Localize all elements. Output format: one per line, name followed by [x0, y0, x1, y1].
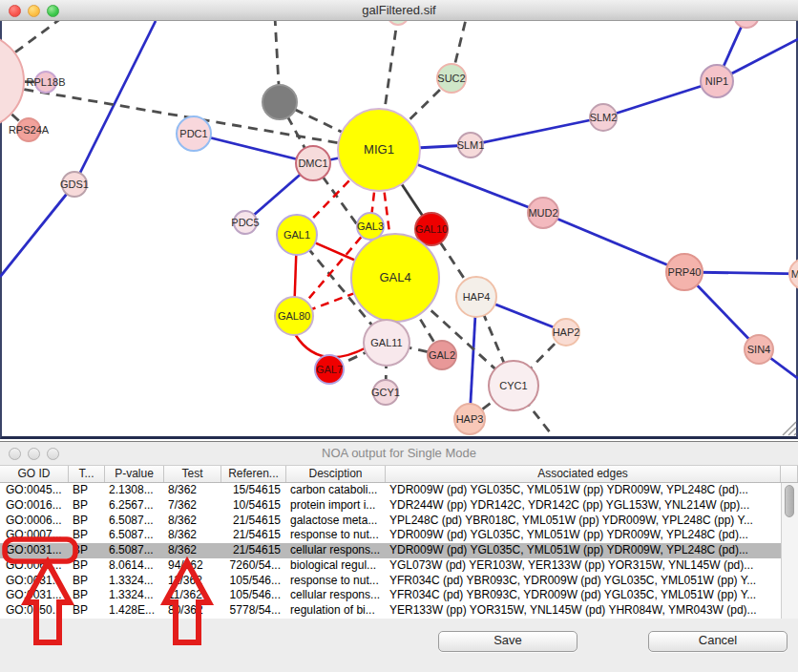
table-cell: BP	[69, 514, 105, 529]
node-label-HAP4: HAP4	[463, 291, 491, 303]
node-label-GAL11: GAL11	[370, 337, 402, 348]
table-cell: 6.5087...	[105, 528, 164, 543]
table-cell: YGL073W (pd) YER103W, YER133W (pp) YOR31…	[386, 558, 781, 574]
table-row[interactable]: GO:0031...BP1.3324...11/362105/546...res…	[0, 574, 781, 589]
node-GRAY[interactable]	[262, 85, 297, 119]
resize-grip[interactable]	[794, 433, 796, 435]
node-label-GAL3: GAL3	[357, 220, 384, 232]
node-label-GCY1: GCY1	[371, 387, 400, 398]
table-cell: response to nut...	[286, 528, 386, 543]
table-cell: 8/362	[164, 543, 221, 558]
table-cell: GO:0050...	[0, 603, 69, 619]
table-cell: 11/362	[164, 588, 221, 603]
noa-window-titlebar[interactable]: NOA output for Single Mode	[0, 442, 798, 466]
node-label-MSL1: MSL1	[791, 268, 798, 280]
node-label-NIP1: NIP1	[705, 75, 728, 87]
table-cell: cellular respons...	[286, 543, 386, 558]
table-row[interactable]: GO:0031...BP6.5087...8/36221/54615cellul…	[0, 543, 781, 558]
node-label-GAL80: GAL80	[278, 310, 310, 322]
table-cell: 6.5087...	[105, 514, 164, 529]
node-label-GDS1: GDS1	[60, 178, 89, 190]
network-graph[interactable]: RPL18BRPS24APDC1GDS1DMC1MIG1SUC2NIP1SLM2…	[0, 0, 798, 436]
node-label-PDC5: PDC5	[231, 217, 259, 228]
column-header-Associated edges[interactable]: Associated edges	[386, 466, 781, 482]
table-cell: BP	[69, 498, 105, 514]
column-header-Desciption[interactable]: Desciption	[286, 466, 386, 482]
table-cell: GO:0016...	[0, 498, 69, 514]
edge-GDS1-offscreen[interactable]	[0, 184, 74, 277]
table-cell: GO:0031...	[0, 543, 69, 558]
table-cell: 94/362	[164, 558, 221, 574]
vertical-scrollbar[interactable]	[781, 483, 798, 619]
table-cell: GO:0065...	[0, 558, 69, 574]
table-row[interactable]: GO:0031...BP1.3324...11/362105/546...cel…	[0, 588, 781, 603]
table-cell: YFR034C (pd) YBR093C, YDR009W (pd) YGL03…	[386, 574, 781, 589]
node-label-MUD2: MUD2	[528, 207, 557, 219]
column-header-Test[interactable]: Test	[164, 466, 221, 482]
node-label-SIN4: SIN4	[747, 344, 770, 355]
network-window: RPL18BRPS24APDC1GDS1DMC1MIG1SUC2NIP1SLM2…	[0, 0, 798, 439]
table-cell: YDR244W (pp) YDR142C, YDR142C (pp) YGL15…	[386, 498, 781, 514]
scrollbar-thumb[interactable]	[785, 485, 794, 517]
node-label-GAL1: GAL1	[284, 229, 310, 241]
table-cell: BP	[69, 528, 105, 543]
edge-MUD2-PRP40[interactable]	[543, 213, 684, 272]
table-cell: 2.1308...	[105, 483, 164, 498]
table-row[interactable]: GO:0016...BP6.2567...7/36210/54615protei…	[0, 498, 781, 514]
table-row[interactable]: GO:0006...BP6.5087...8/36221/54615galact…	[0, 514, 781, 529]
table-row[interactable]: GO:0050...BP1.428E...80/3625778/54...reg…	[0, 603, 781, 619]
table-cell: 6.2567...	[105, 498, 164, 514]
node-label-DMC1: DMC1	[298, 158, 327, 169]
table-cell: BP	[69, 543, 105, 558]
edge-GAL80-GAL11[interactable]	[295, 334, 367, 357]
node-label-MIG1: MIG1	[364, 142, 394, 157]
node-label-HAP3: HAP3	[456, 413, 484, 425]
table-row[interactable]: GO:0007...BP6.5087...8/36221/54615respon…	[0, 528, 781, 543]
resize-grip[interactable]	[783, 422, 796, 435]
edge-SLM2-NIP1[interactable]	[603, 81, 717, 117]
column-header-P-value[interactable]: P-value	[105, 466, 164, 482]
window-title: NOA output for Single Mode	[0, 446, 798, 460]
node-label-GAL4: GAL4	[379, 270, 410, 284]
table-cell: 7/362	[164, 498, 221, 514]
table-cell: BP	[69, 483, 105, 498]
node-label-SUC2: SUC2	[437, 73, 465, 84]
table-row[interactable]: GO:0045...BP2.1308...8/36215/54615carbon…	[0, 483, 781, 498]
window-title: galFiltered.sif	[0, 3, 798, 17]
table-cell: YPL248C (pd) YBR018C, YML051W (pp) YDR00…	[386, 514, 781, 529]
network-window-titlebar[interactable]: galFiltered.sif	[0, 0, 798, 21]
table-cell: biological regul...	[286, 558, 386, 574]
node-label-RPS24A: RPS24A	[9, 124, 50, 136]
table-cell: GO:0006...	[0, 514, 69, 529]
save-button[interactable]: Save	[438, 631, 578, 652]
column-header-Referen...[interactable]: Referen...	[221, 466, 286, 482]
table-cell: 21/54615	[221, 528, 286, 543]
table-cell: GO:0007...	[0, 528, 69, 543]
table-row[interactable]: GO:0065...BP8.0614...94/3627260/54...bio…	[0, 558, 781, 574]
edge-offscreen-GDS1[interactable]	[74, 21, 156, 184]
table-cell: protein import i...	[286, 498, 386, 514]
table-cell: 11/362	[164, 574, 221, 589]
node-label-GAL7: GAL7	[316, 364, 343, 375]
table-cell: YER133W (pp) YOR315W, YNL145W (pd) YHR08…	[386, 603, 781, 619]
node-label-RPL18B: RPL18B	[27, 76, 66, 88]
table-cell: 105/546...	[221, 588, 286, 603]
table-cell: 1.428E...	[105, 603, 164, 619]
edge-SLM1-SLM2[interactable]	[471, 117, 603, 145]
node-label-GAL2: GAL2	[429, 349, 455, 361]
table-body: GO:0045...BP2.1308...8/36215/54615carbon…	[0, 483, 781, 619]
node-label-GAL10: GAL10	[415, 223, 448, 235]
table-cell: 15/54615	[221, 483, 286, 498]
edge-PDC1-DMC1[interactable]	[194, 134, 313, 163]
column-header-GO ID[interactable]: GO ID	[0, 466, 69, 482]
table-cell: cellular respons...	[286, 588, 386, 603]
cancel-button[interactable]: Cancel	[648, 631, 788, 652]
column-header-spacer[interactable]	[781, 466, 798, 482]
table-cell: BP	[69, 558, 105, 574]
noa-output-window: NOA output for Single Mode GO IDT...P-va…	[0, 441, 798, 672]
column-header-T...[interactable]: T...	[69, 466, 105, 482]
table-cell: YFR034C (pd) YBR093C, YDR009W (pd) YGL03…	[386, 588, 781, 603]
table-cell: YDR009W (pd) YGL035C, YML051W (pp) YDR00…	[386, 528, 781, 543]
table-cell: 1.3324...	[105, 574, 164, 589]
table-cell: GO:0031...	[0, 588, 69, 603]
